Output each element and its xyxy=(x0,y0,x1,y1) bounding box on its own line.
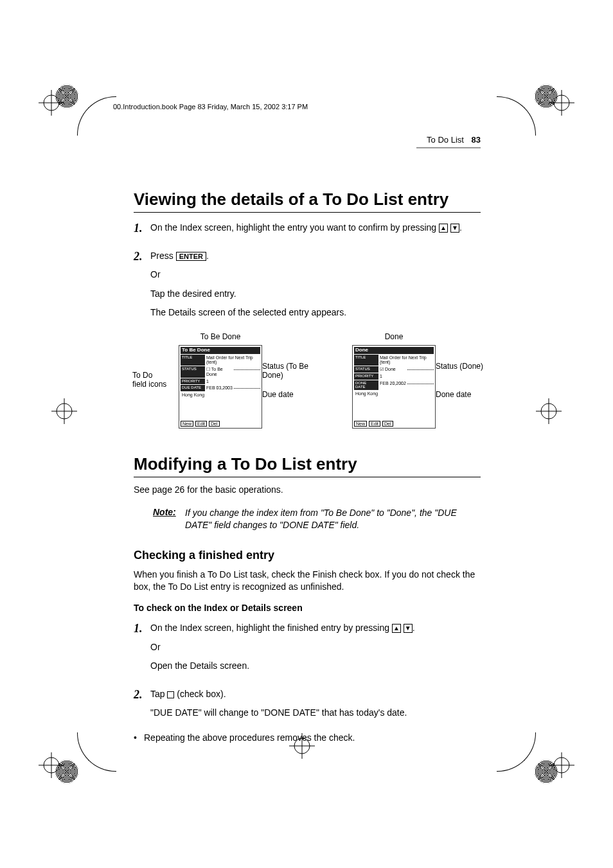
new-button: New xyxy=(181,421,193,427)
register-mark-icon xyxy=(51,398,77,424)
callout-status-done: Status (Done) xyxy=(436,362,487,371)
section-modifying-title: Modifying a To Do List entry xyxy=(134,454,481,477)
register-mark-icon xyxy=(39,752,64,778)
screen-button-row: New Edit Del xyxy=(354,421,394,427)
step-number: 2. xyxy=(134,688,150,702)
step-number: 1. xyxy=(134,222,150,235)
del-button: Del xyxy=(382,421,393,427)
figure-caption-right: Done xyxy=(307,332,481,341)
step-2-or: Or xyxy=(150,269,481,281)
step-1-text: On the Index screen, highlight the entry… xyxy=(150,222,481,235)
up-arrow-icon: ▲ xyxy=(439,224,448,233)
check-step-1-open: Open the Details screen. xyxy=(150,660,481,673)
edit-button: Edit xyxy=(195,421,207,427)
subsection-checking-title: Checking a finished entry xyxy=(134,549,481,562)
print-header: 00.Introduction.book Page 83 Friday, Mar… xyxy=(113,103,308,111)
edit-button: Edit xyxy=(369,421,380,427)
down-arrow-icon: ▼ xyxy=(404,624,413,633)
register-mark-icon xyxy=(549,90,574,116)
page-content: To Do List 83 Viewing the details of a T… xyxy=(134,135,481,749)
screen-titlebar: To Be Done xyxy=(181,347,260,354)
bullet-icon: • xyxy=(134,732,144,743)
note-label: Note: xyxy=(153,507,185,532)
check-step-2-result: "DUE DATE" will change to "DONE DATE" th… xyxy=(150,707,481,720)
checking-intro: When you finish a To Do List task, check… xyxy=(134,569,481,594)
check-step-2: 2. Tap (check box). "DUE DATE" will chan… xyxy=(134,688,481,726)
callout-status-tobe: Status (To Be Done) xyxy=(262,362,314,380)
running-head-page: 83 xyxy=(472,135,481,145)
step-number: 2. xyxy=(134,250,150,263)
print-hairpin-icon xyxy=(77,96,116,136)
figure-caption-left: To Be Done xyxy=(134,332,307,341)
register-mark-icon xyxy=(536,398,562,424)
note-block: Note: If you change the index item from … xyxy=(153,507,481,532)
running-head: To Do List 83 xyxy=(134,135,481,145)
screen-to-be-done: To Be Done TITLEMail Order for Next Trip… xyxy=(179,345,262,429)
print-hairpin-icon xyxy=(497,96,536,136)
subsub-to-check-title: To check on the Index or Details screen xyxy=(134,603,481,613)
screen-titlebar: Done xyxy=(354,347,434,354)
checkbox-icon xyxy=(167,691,174,698)
enter-key-icon: ENTER xyxy=(176,252,206,261)
figure-row: To Be Done To Do field icons Status (To … xyxy=(134,332,481,429)
step-2-press: Press ENTER. xyxy=(150,250,481,263)
bullet-text: Repeating the above procedures removes t… xyxy=(144,732,355,743)
running-head-title: To Do List xyxy=(427,135,464,145)
figure-done: Done Status (Done) Done date Done TITLEM… xyxy=(307,332,481,429)
note-body: If you change the index item from "To Be… xyxy=(185,507,481,532)
check-step-1-or: Or xyxy=(150,641,481,654)
down-arrow-icon: ▼ xyxy=(450,224,459,233)
register-mark-icon xyxy=(39,90,64,116)
print-hairpin-icon xyxy=(497,732,536,772)
screen-done: Done TITLEMail Order for Next Trip (tent… xyxy=(352,345,436,429)
figure-to-be-done: To Be Done To Do field icons Status (To … xyxy=(134,332,307,429)
modifying-intro: See page 26 for the basic operations. xyxy=(134,484,481,497)
callout-left-icons: To Do field icons xyxy=(132,371,168,389)
step-2-tap: Tap the desired entry. xyxy=(150,288,481,301)
bullet-repeating: • Repeating the above procedures removes… xyxy=(134,732,481,743)
section-viewing-title: Viewing the details of a To Do List entr… xyxy=(134,190,481,213)
screen-button-row: New Edit Del xyxy=(181,421,220,427)
running-head-rule xyxy=(416,147,481,148)
del-button: Del xyxy=(209,421,220,427)
print-hairpin-icon xyxy=(77,732,116,772)
up-arrow-icon: ▲ xyxy=(392,624,401,633)
callout-done-date: Done date xyxy=(436,390,487,399)
check-step-1: 1. On the Index screen, highlight the fi… xyxy=(134,622,481,679)
check-step-1-text: On the Index screen, highlight the finis… xyxy=(150,622,481,635)
register-mark-icon xyxy=(549,752,574,778)
step-1: 1. On the Index screen, highlight the en… xyxy=(134,222,481,241)
callout-due-date: Due date xyxy=(262,390,314,399)
step-2-result: The Details screen of the selected entry… xyxy=(150,306,481,319)
step-number: 1. xyxy=(134,622,150,635)
new-button: New xyxy=(354,421,367,427)
check-step-2-tap: Tap (check box). xyxy=(150,688,481,701)
step-2: 2. Press ENTER. Or Tap the desired entry… xyxy=(134,250,481,326)
